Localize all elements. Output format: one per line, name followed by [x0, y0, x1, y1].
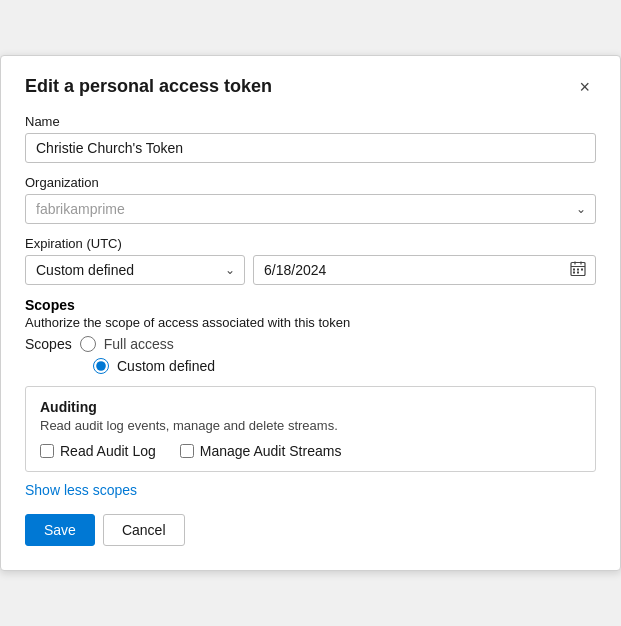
full-access-label: Full access [104, 336, 174, 352]
scopes-radio-label: Scopes [25, 336, 72, 352]
dialog-title: Edit a personal access token [25, 76, 272, 97]
custom-defined-radio-item: Custom defined [25, 358, 596, 374]
expiration-select-wrapper: 30 days 60 days 90 days Custom defined ⌄ [25, 255, 245, 285]
custom-defined-label: Custom defined [117, 358, 215, 374]
scopes-description: Authorize the scope of access associated… [25, 315, 596, 330]
date-input-wrapper [253, 255, 596, 285]
manage-audit-streams-checkbox[interactable] [180, 444, 194, 458]
name-label: Name [25, 114, 596, 129]
full-access-radio[interactable] [80, 336, 96, 352]
close-button[interactable]: × [573, 76, 596, 98]
auditing-description: Read audit log events, manage and delete… [40, 418, 581, 433]
name-field-group: Name [25, 114, 596, 163]
manage-audit-streams-item: Manage Audit Streams [180, 443, 342, 459]
organization-select[interactable]: fabrikamprime [25, 194, 596, 224]
scopes-box: Auditing Read audit log events, manage a… [25, 386, 596, 472]
scopes-radio-group: Scopes Full access Custom defined [25, 336, 596, 374]
scopes-section: Scopes Authorize the scope of access ass… [25, 297, 596, 374]
full-access-radio-item: Scopes Full access [25, 336, 596, 352]
manage-audit-streams-label: Manage Audit Streams [200, 443, 342, 459]
cancel-button[interactable]: Cancel [103, 514, 185, 546]
expiration-row: 30 days 60 days 90 days Custom defined ⌄ [25, 255, 596, 285]
auditing-checkboxes: Read Audit Log Manage Audit Streams [40, 443, 581, 459]
expiration-label: Expiration (UTC) [25, 236, 596, 251]
organization-label: Organization [25, 175, 596, 190]
read-audit-log-checkbox[interactable] [40, 444, 54, 458]
show-scopes-link[interactable]: Show less scopes [25, 482, 137, 498]
expiration-field-group: Expiration (UTC) 30 days 60 days 90 days… [25, 236, 596, 285]
save-button[interactable]: Save [25, 514, 95, 546]
read-audit-log-label: Read Audit Log [60, 443, 156, 459]
date-input[interactable] [253, 255, 596, 285]
dialog-header: Edit a personal access token × [25, 76, 596, 98]
organization-field-group: Organization fabrikamprime ⌄ [25, 175, 596, 224]
scopes-label: Scopes [25, 297, 596, 313]
edit-token-dialog: Edit a personal access token × Name Orga… [0, 55, 621, 571]
organization-select-wrapper: fabrikamprime ⌄ [25, 194, 596, 224]
button-row: Save Cancel [25, 514, 596, 546]
custom-defined-radio[interactable] [93, 358, 109, 374]
auditing-title: Auditing [40, 399, 581, 415]
expiration-select[interactable]: 30 days 60 days 90 days Custom defined [25, 255, 245, 285]
read-audit-log-item: Read Audit Log [40, 443, 156, 459]
name-input[interactable] [25, 133, 596, 163]
